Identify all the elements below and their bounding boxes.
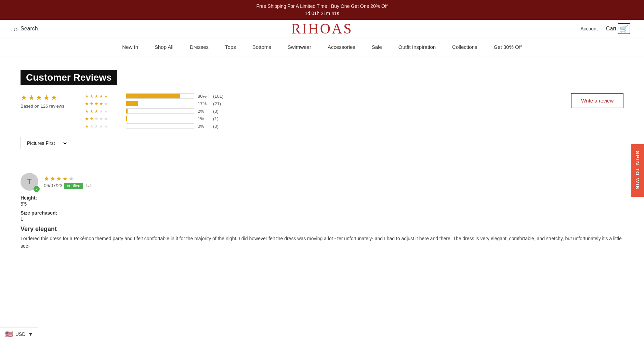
review-date: 06/07/23 bbox=[44, 183, 63, 188]
divider bbox=[21, 159, 623, 159]
bar-count-4: (21) bbox=[213, 101, 221, 106]
nav-item-shop-all[interactable]: Shop All bbox=[155, 44, 173, 50]
r-star-1: ★ bbox=[44, 175, 49, 182]
verified-label: Verified bbox=[64, 183, 83, 189]
cart-button[interactable]: Cart 🛒 bbox=[606, 23, 630, 34]
review-height-field: Height: 5'5 bbox=[21, 195, 623, 207]
size-value: L bbox=[21, 216, 23, 222]
cart-icon: 🛒 bbox=[618, 23, 630, 34]
reviews-title: Customer Reviews bbox=[21, 70, 117, 85]
star-1: ★ bbox=[21, 93, 27, 102]
review-title: Very elegant bbox=[21, 226, 623, 233]
avg-stars: ★ ★ ★ ★ ★ bbox=[21, 93, 64, 102]
review-meta: T ✓ ★ ★ ★ ★ ★ 06/07/23 Verified T.J. bbox=[21, 173, 623, 191]
height-label: Height: bbox=[21, 195, 37, 201]
bar-container-2 bbox=[126, 116, 194, 121]
bar-count-3: (3) bbox=[213, 109, 219, 114]
bar-fill-5 bbox=[126, 94, 180, 98]
bar-row-3: ★★★★★ 2% (3) bbox=[85, 108, 223, 114]
nav-item-sale[interactable]: Sale bbox=[372, 44, 382, 50]
logo[interactable]: RIHOAS bbox=[291, 21, 353, 37]
review-item: T ✓ ★ ★ ★ ★ ★ 06/07/23 Verified T.J. Hei… bbox=[21, 166, 623, 257]
star-2: ★ bbox=[28, 93, 35, 102]
r-star-3: ★ bbox=[56, 175, 62, 182]
bar-count-2: (1) bbox=[213, 116, 219, 121]
rating-bars: ★★★★★ 80% (101) ★★★★★ 17% (21) bbox=[85, 93, 223, 129]
bar-pct-4: 17% bbox=[198, 101, 210, 106]
sort-row: Pictures First Most Recent Highest Rated… bbox=[21, 137, 623, 149]
nav-item-outfit-inspiration[interactable]: Outfit Inspiration bbox=[398, 44, 436, 50]
bar-pct-2: 1% bbox=[198, 116, 210, 121]
cart-label: Cart bbox=[606, 26, 616, 32]
header: ⌕ Search RIHOAS Account Cart 🛒 bbox=[0, 20, 644, 38]
avg-rating-block: ★ ★ ★ ★ ★ Based on 126 reviews bbox=[21, 93, 64, 109]
bar-fill-4 bbox=[126, 101, 138, 106]
bar-fill-3 bbox=[126, 109, 128, 113]
star-5: ★ bbox=[51, 93, 57, 102]
search-button[interactable]: ⌕ Search bbox=[14, 25, 38, 33]
account-link[interactable]: Account bbox=[580, 26, 598, 31]
search-label: Search bbox=[21, 26, 38, 32]
spin-to-win-panel[interactable]: SPIN TO WIN bbox=[631, 144, 644, 197]
review-stars: ★ ★ ★ ★ ★ bbox=[44, 175, 92, 182]
nav-item-dresses[interactable]: Dresses bbox=[190, 44, 209, 50]
reviewer-name: T.J. bbox=[84, 183, 92, 188]
nav-item-tops[interactable]: Tops bbox=[225, 44, 236, 50]
based-on-label: Based on 126 reviews bbox=[21, 104, 64, 109]
bar-row-1: ★★★★★ 0% (0) bbox=[85, 123, 223, 129]
bar-row-4: ★★★★★ 17% (21) bbox=[85, 101, 223, 106]
nav-item-bottoms[interactable]: Bottoms bbox=[252, 44, 271, 50]
top-banner: Free Shipping For A Limited Time | Buy O… bbox=[0, 0, 644, 20]
reviews-summary: ★ ★ ★ ★ ★ Based on 126 reviews ★★★★★ 80%… bbox=[21, 93, 623, 129]
r-star-5: ★ bbox=[68, 175, 74, 182]
bar-pct-1: 0% bbox=[198, 124, 210, 129]
star-4: ★ bbox=[43, 93, 50, 102]
nav-item-accessories[interactable]: Accessories bbox=[328, 44, 355, 50]
nav-item-collections[interactable]: Collections bbox=[452, 44, 477, 50]
bar-row-5: ★★★★★ 80% (101) bbox=[85, 93, 223, 99]
avatar: T ✓ bbox=[21, 173, 38, 191]
review-body: I ordered this dress for a Pokémon theme… bbox=[21, 235, 623, 250]
nav-item-get-30-off[interactable]: Get 30% Off bbox=[494, 44, 522, 50]
write-review-button[interactable]: Write a review bbox=[571, 93, 623, 108]
avatar-letter: T bbox=[27, 177, 31, 186]
verified-check-icon: ✓ bbox=[34, 186, 40, 192]
r-star-4: ★ bbox=[62, 175, 68, 182]
main-nav: New In Shop All Dresses Tops Bottoms Swi… bbox=[0, 38, 644, 56]
header-right: Account Cart 🛒 bbox=[580, 23, 630, 34]
bar-container-3 bbox=[126, 108, 194, 114]
bar-container-1 bbox=[126, 123, 194, 129]
bar-pct-5: 80% bbox=[198, 94, 210, 99]
bar-pct-3: 2% bbox=[198, 109, 210, 114]
height-value: 5'5 bbox=[21, 201, 27, 207]
size-label: Size purchased: bbox=[21, 210, 57, 216]
banner-line2: 1d 01h 21m 41s bbox=[0, 10, 644, 17]
search-icon: ⌕ bbox=[14, 25, 18, 33]
r-star-2: ★ bbox=[50, 175, 55, 182]
bar-container-4 bbox=[126, 101, 194, 106]
nav-item-new-in[interactable]: New In bbox=[122, 44, 138, 50]
main-content: Customer Reviews ★ ★ ★ ★ ★ Based on 126 … bbox=[0, 56, 644, 271]
bar-row-2: ★★★★★ 1% (1) bbox=[85, 116, 223, 121]
review-stars-date: ★ ★ ★ ★ ★ 06/07/23 Verified T.J. bbox=[44, 175, 92, 189]
bar-count-1: (0) bbox=[213, 124, 219, 129]
sort-select[interactable]: Pictures First Most Recent Highest Rated… bbox=[21, 137, 68, 149]
bar-container-5 bbox=[126, 93, 194, 99]
nav-item-swimwear[interactable]: Swimwear bbox=[288, 44, 311, 50]
banner-line1: Free Shipping For A Limited Time | Buy O… bbox=[0, 3, 644, 10]
bar-fill-2 bbox=[126, 116, 127, 121]
star-3: ★ bbox=[36, 93, 42, 102]
review-size-field: Size purchased: L bbox=[21, 210, 623, 222]
bar-count-5: (101) bbox=[213, 94, 223, 99]
